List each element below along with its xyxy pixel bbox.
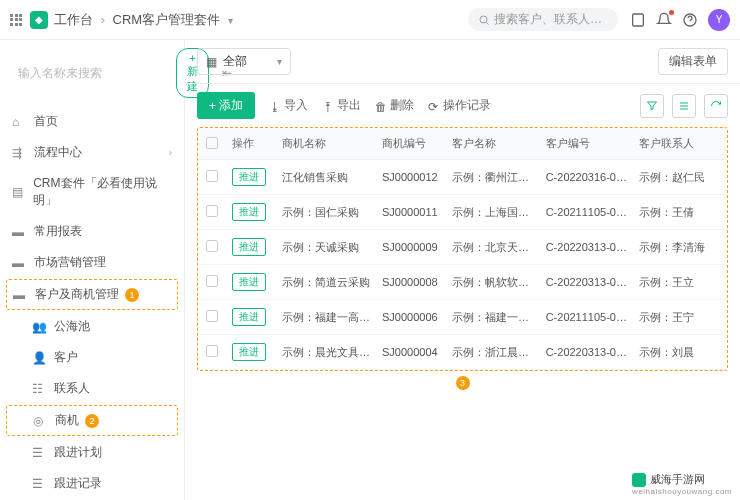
table-row[interactable]: 推进江化销售采购SJ0000012示例：衢州江化集团C-20220316-000… [198,160,727,195]
settings-button[interactable] [672,94,696,118]
search-icon [478,14,490,26]
breadcrumb: 工作台 › CRM客户管理套件 ▾ [54,11,233,29]
edit-form-button[interactable]: 编辑表单 [658,48,728,75]
sidebar-item-6[interactable]: 👥公海池 [0,311,184,342]
list-icon: ☰ [32,477,46,491]
cell-customer: 示例：上海国仁有限… [446,195,540,230]
promote-button[interactable]: 推进 [232,343,266,361]
sidebar-item-8[interactable]: ☷联系人 [0,373,184,404]
sidebar-item-11[interactable]: ☰跟进记录 [0,468,184,499]
sidebar-item-7[interactable]: 👤客户 [0,342,184,373]
doc-icon: ▤ [12,185,25,199]
sidebar-item-10[interactable]: ☰跟进计划 [0,437,184,468]
sidebar-item-label: 首页 [34,113,58,130]
sidebar-item-1[interactable]: ⇶流程中心› [0,137,184,168]
table-row[interactable]: 推进示例：福建一高3月订单SJ0000006示例：福建一高集团C-2021110… [198,300,727,335]
cell-customer: 示例：浙江晨光文具… [446,335,540,370]
sidebar-item-label: 商机 [55,412,79,429]
breadcrumb-root[interactable]: 工作台 [54,12,93,27]
column-header[interactable]: 客户联系人 [633,128,727,160]
header-actions: Y [630,9,730,31]
avatar[interactable]: Y [708,9,730,31]
promote-button[interactable]: 推进 [232,308,266,326]
logo-icon: ◆ [30,11,48,29]
cell-contact: 示例：刘晨 [633,335,727,370]
cell-customer-code: C-20220316-0000001 [540,160,634,195]
import-button[interactable]: ⭳导入 [269,97,308,114]
filter-button[interactable] [640,94,664,118]
sidebar-item-label: 市场营销管理 [34,254,106,271]
cell-code: SJ0000011 [376,195,446,230]
breadcrumb-current[interactable]: CRM客户管理套件 [113,12,221,27]
delete-button[interactable]: 🗑删除 [375,97,414,114]
row-checkbox[interactable] [206,205,218,217]
cell-code: SJ0000008 [376,265,446,300]
column-header[interactable]: 客户名称 [446,128,540,160]
cell-customer-code: C-20220313-0000002 [540,230,634,265]
sidebar-item-2[interactable]: ▤CRM套件「必看使用说明」 [0,168,184,216]
cell-customer-code: C-20211105-0000004 [540,300,634,335]
svg-rect-1 [633,14,644,26]
refresh-button[interactable] [704,94,728,118]
cell-customer: 示例：福建一高集团 [446,300,540,335]
chevron-right-icon: › [169,147,172,158]
main-panel: ▦ 全部 ▾ 编辑表单 +添加 ⭳导入 ⭱导出 🗑删除 ⟳操作记录 操作商机名称… [185,40,740,500]
table-row[interactable]: 推进示例：国仁采购SJ0000011示例：上海国仁有限…C-20211105-0… [198,195,727,230]
data-table: 操作商机名称商机编号客户名称客户编号客户联系人 推进江化销售采购SJ000001… [198,128,727,370]
cell-contact: 示例：赵仁民 [633,160,727,195]
column-header[interactable]: 操作 [226,128,276,160]
row-checkbox[interactable] [206,240,218,252]
sidebar-item-label: 客户及商机管理 [35,286,119,303]
apps-grid-icon[interactable] [10,14,22,26]
sidebar-item-9[interactable]: ◎商机2 [6,405,178,436]
row-checkbox[interactable] [206,310,218,322]
book-icon[interactable] [630,12,646,28]
select-all-checkbox[interactable] [206,137,218,149]
promote-button[interactable]: 推进 [232,168,266,186]
global-search-input[interactable]: 搜索客户、联系人… [468,8,618,31]
table-row[interactable]: 推进示例：晨光文具设备…SJ0000004示例：浙江晨光文具…C-2022031… [198,335,727,370]
help-icon[interactable] [682,12,698,28]
watermark-logo-icon [632,473,646,487]
filter-icon [646,100,658,112]
row-checkbox[interactable] [206,170,218,182]
table-row[interactable]: 推进示例：天诚采购SJ0000009示例：北京天诚软件…C-20220313-0… [198,230,727,265]
column-header[interactable]: 客户编号 [540,128,634,160]
sidebar: + 新建 ⇤ ⌂首页⇶流程中心›▤CRM套件「必看使用说明」▬常用报表▬市场营销… [0,40,185,500]
sliders-icon [678,100,690,112]
bell-icon[interactable] [656,12,672,28]
sidebar-item-4[interactable]: ▬市场营销管理 [0,247,184,278]
cell-name: 示例：福建一高3月订单 [276,300,376,335]
cell-name: 示例：天诚采购 [276,230,376,265]
chevron-down-icon[interactable]: ▾ [228,15,233,26]
sidebar-top: + 新建 ⇤ [0,40,184,106]
column-header[interactable]: 商机名称 [276,128,376,160]
clock-icon: ⟳ [428,100,440,112]
promote-button[interactable]: 推进 [232,203,266,221]
sidebar-item-label: 公海池 [54,318,90,335]
log-button[interactable]: ⟳操作记录 [428,97,491,114]
folder-icon: ▬ [13,288,27,302]
sidebar-item-label: 跟进计划 [54,444,102,461]
add-button[interactable]: +添加 [197,92,255,119]
column-header[interactable]: 商机编号 [376,128,446,160]
sidebar-search-input[interactable] [18,66,168,80]
table-row[interactable]: 推进示例：简道云采购SJ0000008示例：帆软软件有限公司C-20220313… [198,265,727,300]
cell-code: SJ0000009 [376,230,446,265]
promote-button[interactable]: 推进 [232,273,266,291]
view-selector[interactable]: ▦ 全部 ▾ [197,48,291,75]
trash-icon: 🗑 [375,100,387,112]
target-icon: ◎ [33,414,47,428]
sidebar-item-5[interactable]: ▬客户及商机管理1 [6,279,178,310]
sidebar-item-3[interactable]: ▬常用报表 [0,216,184,247]
export-button[interactable]: ⭱导出 [322,97,361,114]
cell-name: 示例：国仁采购 [276,195,376,230]
row-checkbox[interactable] [206,275,218,287]
list-icon: ☰ [32,446,46,460]
cell-name: 江化销售采购 [276,160,376,195]
row-checkbox[interactable] [206,345,218,357]
sidebar-item-label: CRM套件「必看使用说明」 [33,175,172,209]
upload-icon: ⭱ [322,100,334,112]
promote-button[interactable]: 推进 [232,238,266,256]
sidebar-item-0[interactable]: ⌂首页 [0,106,184,137]
